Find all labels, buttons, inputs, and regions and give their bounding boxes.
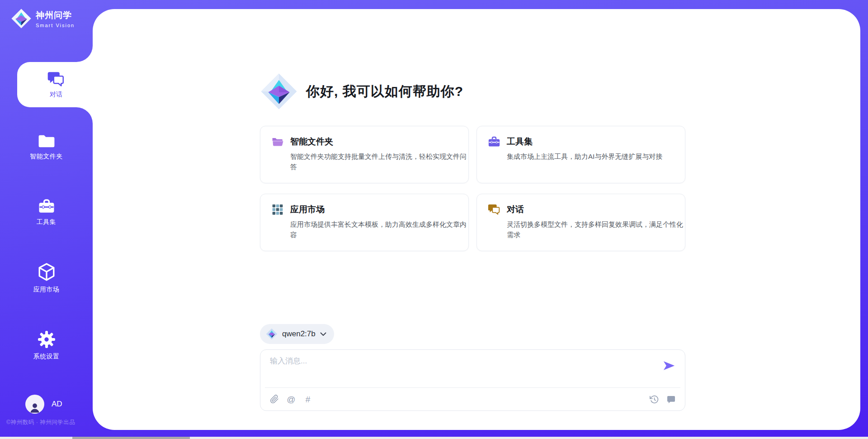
toolbox-icon <box>38 198 55 214</box>
person-icon <box>28 401 41 414</box>
toolbox-icon <box>488 136 500 148</box>
chevron-down-icon <box>320 332 326 336</box>
sidebar-item-label: 工具集 <box>37 218 57 226</box>
greeting: 你好, 我可以如何帮助你? <box>260 72 463 110</box>
card-smart-folder[interactable]: 智能文件夹 智能文件夹功能支持批量文件上传与清洗，轻松实现文件问答 <box>260 126 469 183</box>
sidebar-item-app-market[interactable]: 应用市场 <box>0 262 93 294</box>
main-panel: 你好, 我可以如何帮助你? 智能文件夹 智能文件夹功能支持批量文件上传与清洗，轻… <box>93 9 860 430</box>
card-toolset[interactable]: 工具集 集成市场上主流工具，助力AI与外界无缝扩展与对接 <box>476 126 685 183</box>
sidebar-item-chat[interactable]: 对话 <box>17 62 95 107</box>
message-input[interactable] <box>270 356 659 384</box>
card-description: 灵活切换多模型文件，支持多样回复效果调试，满足个性化需求 <box>507 219 689 240</box>
card-title: 对话 <box>507 204 524 215</box>
brand-text: 神州问学 Smart Vision <box>36 10 75 28</box>
main-content: 你好, 我可以如何帮助你? 智能文件夹 智能文件夹功能支持批量文件上传与清洗，轻… <box>260 9 685 430</box>
model-name: qwen2:7b <box>282 329 316 339</box>
app-grid-icon <box>271 204 284 215</box>
sidebar-item-label: 对话 <box>50 91 62 99</box>
avatar[interactable] <box>25 395 44 414</box>
brand-logo-icon <box>11 8 32 29</box>
card-title: 工具集 <box>507 136 533 148</box>
composer-toolbar: @ # <box>260 388 685 410</box>
app-root: { "brand": { "name_cn": "神州问学", "name_en… <box>0 0 868 439</box>
active-tab-fillet-bottom <box>76 107 93 124</box>
brand: 神州问学 Smart Vision <box>11 8 75 29</box>
model-logo-icon <box>266 328 278 340</box>
gear-icon <box>38 330 56 348</box>
card-title: 应用市场 <box>290 204 325 215</box>
history-icon[interactable] <box>649 394 659 404</box>
cube-icon <box>38 262 55 282</box>
brand-name-cn: 神州问学 <box>36 10 75 21</box>
send-icon[interactable] <box>663 360 675 372</box>
message-composer: @ # <box>260 349 685 411</box>
copyright-text: ©神州数码 · 神州问学出品 <box>6 419 75 426</box>
card-head: 应用市场 <box>271 204 458 215</box>
chat-icon <box>488 204 500 215</box>
card-title: 智能文件夹 <box>290 136 333 148</box>
sidebar-item-toolset[interactable]: 工具集 <box>0 198 93 226</box>
chat-icon <box>47 71 65 87</box>
topic-glyph: # <box>306 395 311 404</box>
sidebar: 神州问学 Smart Vision 对话 智能文件夹 <box>0 0 93 439</box>
topic-icon[interactable]: # <box>303 394 313 404</box>
sidebar-item-label: 应用市场 <box>33 286 60 294</box>
attachment-icon[interactable] <box>269 394 279 404</box>
card-description: 智能文件夹功能支持批量文件上传与清洗，轻松实现文件问答 <box>290 151 472 172</box>
greeting-title: 你好, 我可以如何帮助你? <box>306 82 463 101</box>
card-description: 集成市场上主流工具，助力AI与外界无缝扩展与对接 <box>507 151 689 162</box>
user-account[interactable]: AD <box>25 395 62 414</box>
assistant-logo-icon <box>260 72 298 110</box>
card-head: 工具集 <box>488 136 674 148</box>
sidebar-item-label: 系统设置 <box>33 353 60 361</box>
sidebar-item-settings[interactable]: 系统设置 <box>0 330 93 361</box>
card-app-market[interactable]: 应用市场 应用市场提供丰富长文本模板，助力高效生成多样化文章内容 <box>260 194 469 251</box>
mention-icon[interactable]: @ <box>286 394 296 404</box>
user-initials: AD <box>52 400 62 409</box>
sidebar-item-label: 智能文件夹 <box>30 153 63 161</box>
chat-log-icon[interactable] <box>666 394 676 404</box>
active-tab-fillet-top <box>76 46 93 62</box>
card-chat[interactable]: 对话 灵活切换多模型文件，支持多样回复效果调试，满足个性化需求 <box>476 194 685 251</box>
card-head: 对话 <box>488 204 674 215</box>
scrollbar-thumb[interactable] <box>72 437 190 439</box>
mention-glyph: @ <box>287 395 295 404</box>
card-head: 智能文件夹 <box>271 136 458 148</box>
model-selector[interactable]: qwen2:7b <box>260 324 334 344</box>
sidebar-item-smart-folder[interactable]: 智能文件夹 <box>0 134 93 161</box>
horizontal-scrollbar <box>0 437 868 439</box>
folder-open-icon <box>271 136 284 148</box>
folder-icon <box>38 134 55 148</box>
brand-name-en: Smart Vision <box>36 23 75 28</box>
card-description: 应用市场提供丰富长文本模板，助力高效生成多样化文章内容 <box>290 219 472 240</box>
feature-cards: 智能文件夹 智能文件夹功能支持批量文件上传与清洗，轻松实现文件问答 工具 <box>260 126 685 251</box>
